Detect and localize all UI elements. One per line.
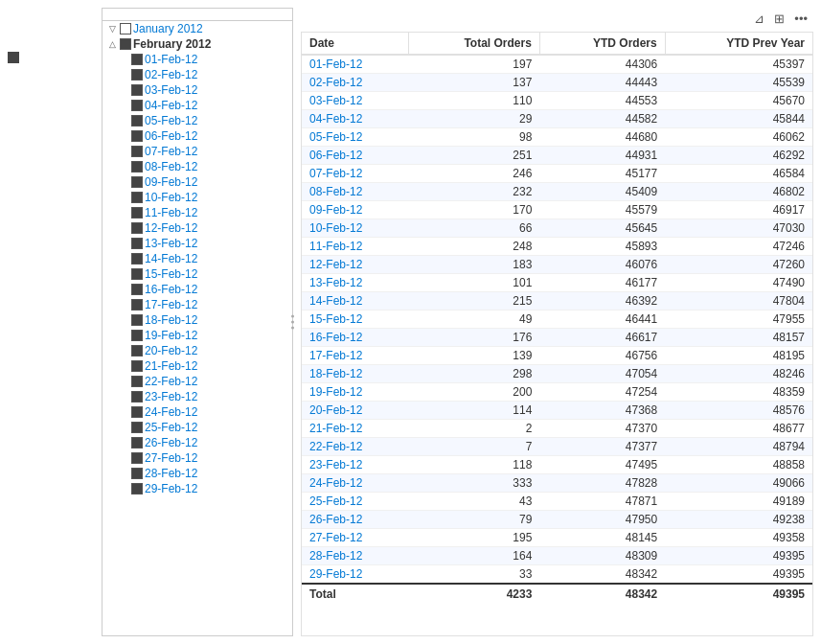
tree-checkbox[interactable] [131, 376, 143, 387]
tree-item[interactable]: 11-Feb-12 [103, 205, 292, 220]
tree-item[interactable]: 02-Feb-12 [103, 67, 292, 82]
tree-checkbox[interactable] [131, 345, 143, 356]
tree-checkbox[interactable] [131, 115, 143, 126]
tree-item[interactable]: 28-Feb-12 [103, 466, 292, 481]
tree-checkbox[interactable] [131, 130, 143, 142]
table-row[interactable]: 18-Feb-122984705448246 [302, 365, 812, 383]
table-row[interactable]: 26-Feb-12794795049238 [302, 511, 812, 529]
tree-item[interactable]: ▽January 2012 [103, 21, 292, 36]
tree-item[interactable]: 09-Feb-12 [103, 174, 292, 190]
tree-checkbox[interactable] [131, 100, 143, 111]
tree-item[interactable]: 15-Feb-12 [103, 266, 292, 282]
table-row[interactable]: 12-Feb-121834607647260 [302, 256, 812, 274]
table-row[interactable]: 13-Feb-121014617747490 [302, 274, 812, 292]
table-row[interactable]: 29-Feb-12334834249395 [302, 565, 812, 585]
tree-item[interactable]: 21-Feb-12 [103, 358, 292, 374]
table-row[interactable]: 08-Feb-122324540946802 [302, 183, 812, 201]
tree-checkbox[interactable] [120, 38, 131, 50]
table-row[interactable]: 28-Feb-121644830949395 [302, 547, 812, 565]
tree-checkbox[interactable] [131, 222, 143, 234]
year-item[interactable] [8, 50, 94, 65]
table-row[interactable]: 15-Feb-12494644147955 [302, 310, 812, 329]
table-row[interactable]: 24-Feb-123334782849066 [302, 474, 812, 493]
table-row[interactable]: 03-Feb-121104455345670 [302, 92, 812, 110]
tree-checkbox[interactable] [131, 69, 143, 80]
table-row[interactable]: 01-Feb-121974430645397 [302, 55, 812, 74]
tree-item[interactable]: 01-Feb-12 [103, 52, 292, 67]
tree-item[interactable]: 13-Feb-12 [103, 236, 292, 251]
table-icon[interactable]: ⊞ [772, 10, 787, 28]
table-row[interactable]: 11-Feb-122484589347246 [302, 238, 812, 256]
tree-checkbox[interactable] [131, 238, 143, 249]
tree-checkbox[interactable] [131, 360, 143, 372]
table-row[interactable]: 19-Feb-122004725448359 [302, 383, 812, 402]
tree-checkbox[interactable] [131, 161, 143, 172]
tree-checkbox[interactable] [131, 314, 143, 326]
table-row[interactable]: 20-Feb-121144736848576 [302, 402, 812, 420]
tree-checkbox[interactable] [131, 422, 143, 433]
tree-checkbox[interactable] [120, 23, 131, 34]
table-row[interactable]: 09-Feb-121704557946917 [302, 201, 812, 219]
tree-item[interactable]: 12-Feb-12 [103, 220, 292, 236]
tree-item[interactable]: 24-Feb-12 [103, 404, 292, 420]
tree-item[interactable]: 06-Feb-12 [103, 128, 292, 144]
tree-item[interactable]: 04-Feb-12 [103, 98, 292, 113]
tree-item[interactable]: 10-Feb-12 [103, 190, 292, 205]
tree-checkbox[interactable] [131, 299, 143, 310]
tree-checkbox[interactable] [131, 146, 143, 157]
tree-item[interactable]: 25-Feb-12 [103, 420, 292, 435]
tree-item[interactable]: 23-Feb-12 [103, 389, 292, 404]
tree-item[interactable]: 18-Feb-12 [103, 312, 292, 328]
table-row[interactable]: 21-Feb-1224737048677 [302, 420, 812, 438]
table-row[interactable]: 02-Feb-121374444345539 [302, 74, 812, 92]
tree-item[interactable]: 26-Feb-12 [103, 435, 292, 450]
tree-item-label: 11-Feb-12 [145, 206, 197, 219]
tree-item[interactable]: 22-Feb-12 [103, 374, 292, 389]
tree-checkbox[interactable] [131, 437, 143, 448]
tree-item[interactable]: 08-Feb-12 [103, 159, 292, 174]
table-row[interactable]: 16-Feb-121764661748157 [302, 329, 812, 347]
table-row[interactable]: 10-Feb-12664564547030 [302, 219, 812, 238]
tree-checkbox[interactable] [131, 468, 143, 479]
table-row[interactable]: 27-Feb-121954814549358 [302, 529, 812, 547]
tree-item[interactable]: 14-Feb-12 [103, 251, 292, 266]
table-row[interactable]: 17-Feb-121394675648195 [302, 347, 812, 365]
tree-item[interactable]: 16-Feb-12 [103, 282, 292, 297]
tree-item[interactable]: 29-Feb-12 [103, 481, 292, 496]
tree-checkbox[interactable] [131, 284, 143, 295]
filter-icon[interactable]: ⊿ [752, 10, 766, 28]
tree-checkbox[interactable] [131, 268, 143, 280]
tree-checkbox[interactable] [131, 253, 143, 264]
table-row[interactable]: 07-Feb-122464517746584 [302, 165, 812, 183]
tree-item[interactable]: 05-Feb-12 [103, 113, 292, 128]
tree-item[interactable]: 19-Feb-12 [103, 328, 292, 343]
table-row[interactable]: 06-Feb-122514493146292 [302, 147, 812, 165]
tree-checkbox[interactable] [131, 406, 143, 418]
resize-handle[interactable] [288, 9, 296, 635]
tree-item[interactable]: 17-Feb-12 [103, 297, 292, 312]
tree-item[interactable]: △February 2012 [103, 36, 292, 52]
tree-checkbox[interactable] [131, 391, 143, 402]
table-row[interactable]: 25-Feb-12434787149189 [302, 493, 812, 511]
tree-checkbox[interactable] [131, 192, 143, 203]
tree-checkbox[interactable] [131, 207, 143, 218]
tree-checkbox[interactable] [131, 330, 143, 341]
tree-item[interactable]: 27-Feb-12 [103, 450, 292, 466]
tree-checkbox[interactable] [131, 483, 143, 494]
table-row[interactable]: 05-Feb-12984468046062 [302, 128, 812, 147]
value-cell: 49358 [665, 529, 812, 547]
tree-checkbox[interactable] [131, 176, 143, 188]
value-cell: 164 [409, 547, 540, 565]
tree-checkbox[interactable] [131, 452, 143, 464]
table-row[interactable]: 23-Feb-121184749548858 [302, 456, 812, 474]
table-row[interactable]: 04-Feb-12294458245844 [302, 110, 812, 128]
tree-item[interactable]: 20-Feb-12 [103, 343, 292, 358]
tree-checkbox[interactable] [131, 84, 143, 96]
table-row[interactable]: 22-Feb-1274737748794 [302, 438, 812, 456]
tree-item[interactable]: 07-Feb-12 [103, 144, 292, 159]
tree-item[interactable]: 03-Feb-12 [103, 82, 292, 98]
table-row[interactable]: 14-Feb-122154639247804 [302, 292, 812, 310]
tree-checkbox[interactable] [131, 54, 143, 65]
tree-scroll-area[interactable]: ▽January 2012△February 201201-Feb-1202-F… [103, 21, 292, 635]
more-icon[interactable]: ••• [792, 10, 810, 28]
